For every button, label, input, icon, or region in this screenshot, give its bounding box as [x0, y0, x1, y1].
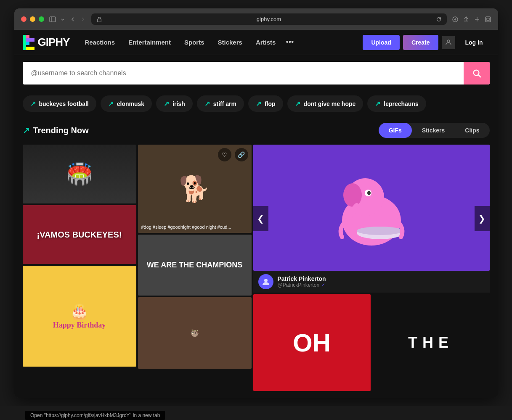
gif-item-vamos[interactable]: ¡VAMOS BUCKEYES!: [23, 205, 136, 264]
gif-item-sloth[interactable]: 🦥: [138, 297, 252, 369]
gif-grid: 🏟️ ¡VAMOS BUCKEYES!: [23, 145, 490, 391]
tag-label: stiff arm: [213, 100, 236, 107]
gif-overlay: [23, 205, 136, 264]
gif-overlay: [253, 145, 490, 271]
svg-rect-8: [487, 18, 489, 21]
nav-right-actions: Upload Create Log In: [363, 35, 489, 50]
nav-sports[interactable]: Sports: [178, 30, 211, 55]
gif-item-oh[interactable]: OH: [253, 294, 371, 391]
browser-toolbar: [452, 16, 491, 23]
tab-gifs[interactable]: GIFs: [379, 123, 412, 138]
main-nav: Reactions Entertainment Sports Stickers …: [78, 30, 363, 55]
tag-label: irish: [172, 100, 185, 107]
gif-item-buckeyes[interactable]: 🏟️: [23, 145, 136, 203]
carousel-prev-button[interactable]: ❮: [253, 206, 268, 231]
svg-rect-9: [23, 35, 26, 50]
gif-col-1: 🏟️ ¡VAMOS BUCKEYES!: [23, 145, 136, 391]
trending-icon: ↗: [295, 100, 300, 108]
gif-item-the[interactable]: THE: [372, 294, 490, 391]
tag-stiff-arm[interactable]: ↗ stiff arm: [197, 95, 244, 112]
forward-icon: [80, 16, 86, 23]
user-avatar[interactable]: [442, 36, 455, 49]
gif-item-birthday[interactable]: 🎂 Happy Birthday: [23, 266, 136, 367]
svg-rect-0: [50, 17, 56, 22]
site-logo[interactable]: GIPHY: [23, 35, 70, 50]
gif-overlay: [253, 294, 371, 391]
svg-rect-13: [26, 47, 34, 50]
refresh-icon[interactable]: [436, 16, 442, 22]
tag-label: buckeyes football: [39, 100, 89, 107]
nav-reactions[interactable]: Reactions: [78, 30, 122, 55]
trending-icon: ↗: [204, 100, 210, 108]
new-tab-icon[interactable]: [474, 16, 480, 23]
tag-leprechauns[interactable]: ↗ leprechauns: [367, 95, 426, 112]
trending-icon: ↗: [256, 100, 261, 108]
tag-irish[interactable]: ↗ irish: [156, 95, 193, 112]
search-input[interactable]: [23, 63, 464, 84]
search-button[interactable]: [464, 62, 490, 85]
tab-stickers[interactable]: Stickers: [412, 123, 455, 138]
content-tabs: GIFs Stickers Clips: [379, 123, 490, 138]
giphy-logo-text: GIPHY: [38, 36, 70, 49]
tag-buckeyes-football[interactable]: ↗ buckeyes football: [23, 95, 96, 112]
nav-stickers[interactable]: Stickers: [211, 30, 249, 55]
upload-button[interactable]: Upload: [363, 35, 399, 50]
login-button[interactable]: Log In: [459, 35, 490, 50]
tag-label: elonmusk: [117, 100, 144, 107]
trending-icon: ↗: [30, 100, 36, 108]
tab-overview-icon[interactable]: [485, 16, 491, 23]
svg-rect-2: [97, 19, 101, 22]
trending-icon: ↗: [108, 100, 114, 108]
svg-rect-12: [26, 42, 29, 45]
tag-label: leprechauns: [384, 100, 418, 107]
trending-icon: ↗: [375, 100, 380, 108]
download-icon[interactable]: [452, 16, 459, 23]
svg-rect-11: [26, 38, 34, 42]
gif-item-elephant[interactable]: [253, 145, 490, 271]
gif-overlay: [138, 235, 252, 296]
gif-overlay: [138, 297, 252, 369]
search-container: [14, 55, 498, 91]
address-bar[interactable]: giphy.com: [91, 13, 447, 25]
gif-attribution: Patrick Pinkerton @PatrickPinkerton ✓: [253, 271, 490, 293]
svg-rect-7: [485, 17, 491, 22]
url-display: giphy.com: [106, 16, 432, 22]
share-icon[interactable]: [463, 16, 470, 23]
lock-icon: [96, 16, 102, 22]
tag-elonmusk[interactable]: ↗ elonmusk: [101, 95, 152, 112]
verified-icon: ✓: [321, 282, 325, 288]
gif-col-2: 🐕 ♡ 🔗 #dog #sleep #goodnight #good night…: [138, 145, 252, 391]
tab-clips[interactable]: Clips: [455, 123, 489, 138]
trending-tags: ↗ buckeyes football ↗ elonmusk ↗ irish ↗…: [14, 91, 498, 116]
create-button[interactable]: Create: [403, 35, 438, 50]
carousel-wrapper: ❮: [253, 145, 490, 293]
attr-avatar[interactable]: [258, 274, 273, 289]
nav-more-button[interactable]: •••: [282, 38, 297, 47]
gif-item-champion[interactable]: WE ARE THE CHAMPIONS: [138, 235, 252, 296]
gif-col-3: ❮: [253, 145, 490, 391]
chevron-down-icon[interactable]: [59, 16, 66, 23]
gif-item-dog[interactable]: 🐕 ♡ 🔗 #dog #sleep #goodnight #good night…: [138, 145, 252, 233]
sidebar-toggle-icon[interactable]: [49, 16, 56, 23]
svg-point-24: [264, 279, 268, 282]
trending-arrow-icon: ↗: [23, 125, 30, 135]
svg-line-16: [478, 75, 480, 77]
tag-label: dont give me hope: [304, 100, 356, 107]
minimize-button[interactable]: [30, 16, 35, 22]
nav-entertainment[interactable]: Entertainment: [122, 30, 178, 55]
back-icon[interactable]: [69, 16, 76, 23]
svg-rect-10: [26, 35, 29, 38]
carousel-next-button[interactable]: ❯: [475, 206, 490, 231]
attribution-name: Patrick Pinkerton: [278, 275, 326, 282]
trending-section: ↗ Trending Now GIFs Stickers Clips 🏟️: [14, 116, 498, 398]
avatar-icon: [261, 277, 271, 287]
nav-artists[interactable]: Artists: [249, 30, 283, 55]
attribution-handle: @PatrickPinkerton ✓: [278, 282, 326, 288]
tag-dont-give-me-hope[interactable]: ↗ dont give me hope: [287, 95, 363, 112]
tag-flop[interactable]: ↗ flop: [248, 95, 283, 112]
browser-titlebar: giphy.com: [14, 8, 498, 30]
close-button[interactable]: [21, 16, 27, 22]
svg-point-14: [447, 40, 450, 42]
maximize-button[interactable]: [39, 16, 44, 22]
giphy-logo-icon: [23, 35, 38, 50]
